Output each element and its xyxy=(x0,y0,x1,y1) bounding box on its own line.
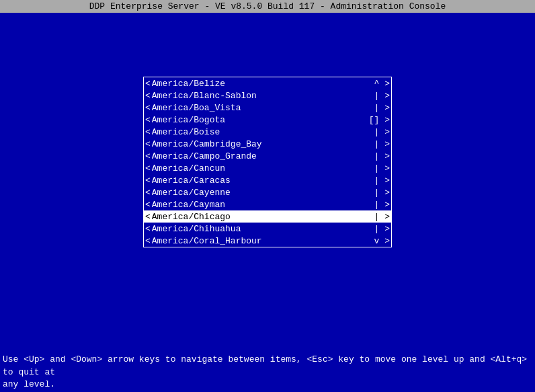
list-item[interactable]: < America/Campo_Grande| > xyxy=(144,150,391,162)
list-item-label: America/Boa_Vista xyxy=(152,103,372,113)
list-item-scroll-indicator: | > xyxy=(374,103,390,113)
list-item-prefix: < xyxy=(145,236,151,246)
list-item-scroll-indicator: | > xyxy=(374,188,390,198)
list-item[interactable]: < America/Boise| > xyxy=(144,126,391,138)
list-item-prefix: < xyxy=(145,163,151,173)
list-item[interactable]: < America/Chihuahua| > xyxy=(144,223,391,235)
list-item[interactable]: < America/Cayenne| > xyxy=(144,186,391,198)
list-item-scroll-indicator: | > xyxy=(374,91,390,101)
list-item-label: America/Caracas xyxy=(152,175,372,186)
list-item[interactable]: < America/Chicago| > xyxy=(144,210,391,223)
list-item-prefix: < xyxy=(145,200,151,210)
list-item-prefix: < xyxy=(145,151,151,161)
list-item-label: America/Belize xyxy=(152,79,372,89)
list-item-label: America/Cayman xyxy=(152,200,372,210)
list-box[interactable]: < America/Belize^ >< America/Blanc-Sablo… xyxy=(143,77,392,247)
list-item-prefix: < xyxy=(145,115,151,125)
list-item-scroll-indicator: | > xyxy=(374,200,390,210)
list-item-label: America/Bogota xyxy=(152,115,366,125)
status-line-2: any level. xyxy=(3,379,532,391)
list-item[interactable]: < America/Blanc-Sablon| > xyxy=(144,89,391,102)
list-item-scroll-indicator: [] > xyxy=(369,115,390,125)
list-item-label: America/Cayenne xyxy=(152,188,372,198)
list-item-scroll-indicator: | > xyxy=(374,151,390,161)
list-item-prefix: < xyxy=(145,188,151,198)
list-item-scroll-indicator: | > xyxy=(374,175,390,186)
list-item-scroll-indicator: | > xyxy=(374,127,390,137)
list-item-scroll-indicator: ^ > xyxy=(374,79,390,89)
list-item-prefix: < xyxy=(145,175,151,186)
status-bar: Use <Up> and <Down> arrow keys to naviga… xyxy=(0,352,535,392)
list-item-prefix: < xyxy=(145,103,151,113)
title-bar: DDP Enterprise Server - VE v8.5.0 Build … xyxy=(0,0,535,13)
list-item-label: America/Cancun xyxy=(152,163,372,173)
list-item-scroll-indicator: | > xyxy=(374,212,390,222)
list-item-label: America/Coral_Harbour xyxy=(152,236,372,246)
list-item-prefix: < xyxy=(145,212,151,222)
list-item-scroll-indicator: | > xyxy=(374,224,390,234)
status-line-1: Use <Up> and <Down> arrow keys to naviga… xyxy=(3,354,532,378)
list-item[interactable]: < America/Caracas| > xyxy=(144,174,391,186)
list-item[interactable]: < America/Cancun| > xyxy=(144,162,391,174)
list-item-scroll-indicator: | > xyxy=(374,139,390,149)
list-item-prefix: < xyxy=(145,224,151,234)
list-item-prefix: < xyxy=(145,127,151,137)
list-item[interactable]: < America/Cayman| > xyxy=(144,198,391,210)
list-item[interactable]: < America/Boa_Vista| > xyxy=(144,102,391,114)
list-item-label: America/Campo_Grande xyxy=(152,151,372,161)
list-item[interactable]: < America/Cambridge_Bay| > xyxy=(144,138,391,150)
list-item-prefix: < xyxy=(145,79,151,89)
list-item-scroll-indicator: v > xyxy=(374,236,390,246)
list-item[interactable]: < America/Coral_Harbourv > xyxy=(144,235,391,247)
list-item-scroll-indicator: | > xyxy=(374,163,390,173)
list-item-prefix: < xyxy=(145,139,151,149)
title-text: DDP Enterprise Server - VE v8.5.0 Build … xyxy=(89,1,446,11)
list-item-prefix: < xyxy=(145,91,151,101)
list-item-label: America/Cambridge_Bay xyxy=(152,139,372,149)
list-item-label: America/Boise xyxy=(152,127,372,137)
list-item-label: America/Blanc-Sablon xyxy=(152,91,372,101)
main-content: < America/Belize^ >< America/Blanc-Sablo… xyxy=(0,13,535,247)
list-item-label: America/Chihuahua xyxy=(152,224,372,234)
list-item-label: America/Chicago xyxy=(152,212,372,222)
list-item[interactable]: < America/Belize^ > xyxy=(144,77,391,89)
list-item[interactable]: < America/Bogota[] > xyxy=(144,114,391,126)
